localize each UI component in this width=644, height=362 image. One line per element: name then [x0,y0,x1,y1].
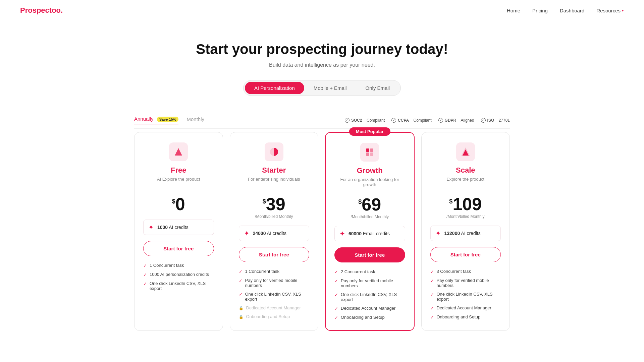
pricing-card-free: Free AI Explore the product $ 0 ✦ 1000 A… [134,132,223,331]
tab-only-email[interactable]: Only Email [356,82,399,94]
price-row-growth: $ 69 [334,196,405,213]
feature-item: ✓ One click LinkedIn CSV, XLS export [430,292,501,302]
feature-item: ✓ Pay only for verified mobile numbers [239,278,310,288]
lock-icon: 🔒 [239,315,244,319]
plan-icon-free [169,142,188,161]
nav-links: Home Pricing Dashboard Resources ▾ [507,8,624,13]
feature-item: ✓ 2 Concurrent task [334,269,405,275]
hero-subtitle: Build data and intelligence as per your … [7,62,637,68]
price-amount-growth: 69 [362,196,381,213]
annually-label: Annually [134,116,154,122]
nav-dashboard[interactable]: Dashboard [560,8,584,13]
nav-resources[interactable]: Resources ▾ [596,8,624,13]
feature-item: ✓ Dedicated Account Manager [430,305,501,311]
monthly-label: Monthly [186,116,204,122]
feature-item: ✓ 1000 AI personalization credits [143,272,214,277]
nav-resources-label: Resources [596,8,621,13]
feature-item: 🔒 Onboarding and Setup [239,314,310,319]
credits-row-free: ✦ 1000 AI credits [143,220,214,235]
feature-item: ✓ Pay only for verified mobile numbers [334,278,405,288]
plan-desc-growth: For an organization looking for growth [334,177,405,189]
credits-row-starter: ✦ 24000 AI credits [239,226,310,241]
plan-name-free: Free [143,166,214,175]
feature-item: ✓ One click LinkedIn CSV, XLS export [239,292,310,302]
plan-desc-scale: Explore the product [430,177,501,189]
check-icon: ✓ [143,272,147,277]
billing-monthly[interactable]: Monthly [186,116,204,124]
nav-home[interactable]: Home [507,8,520,13]
feature-item: ✓ Dedicated Account Manager [334,306,405,311]
check-icon: ✓ [334,269,338,275]
pricing-card-scale: Scale Explore the product $ 109 /Month/b… [421,132,510,331]
billing-toggle: Annually Save 15% Monthly [134,116,204,124]
popular-badge: Most Popular [349,127,390,136]
credits-row-scale: ✦ 132000 AI credits [430,226,501,241]
soc2-icon: ✓ [345,118,350,123]
credits-text-growth: 60000 Email credits [348,231,390,236]
feature-item: 🔒 Dedicated Account Manager [239,305,310,310]
credits-text-free: 1000 AI credits [157,225,189,230]
check-icon: ✓ [334,292,338,297]
price-row-starter: $ 39 [239,195,310,213]
feature-list-starter: ✓ 1 Concurrent task ✓ Pay only for verif… [239,269,310,319]
lock-icon: 🔒 [239,306,244,310]
gdpr-icon: ✓ [438,118,443,123]
plan-icon-scale [456,142,475,161]
ccpa-icon: ✓ [391,118,396,123]
check-icon: ✓ [430,278,434,283]
compliance-gdpr: ✓ GDPR Aligned [438,118,474,123]
credits-text-starter: 24000 AI credits [253,231,286,236]
credits-text-scale: 132000 AI credits [444,231,481,236]
billing-annually[interactable]: Annually Save 15% [134,116,178,124]
billing-section: Annually Save 15% Monthly ✓ SOC2 Complia… [121,106,523,132]
check-icon: ✓ [430,292,434,297]
compliance-soc2: ✓ SOC2 Compliant [345,118,385,123]
plan-name-scale: Scale [430,166,501,175]
tab-ai-personalization[interactable]: AI Personalization [245,82,304,94]
compliance-row: ✓ SOC2 Compliant ✓ CCPA Compliant ✓ GDPR… [345,118,510,123]
svg-rect-2 [366,148,369,152]
feature-item: ✓ One click LinkedIn CSV, XLS export [334,292,405,302]
check-icon: ✓ [143,281,147,286]
hero-section: Start your prospecting journey today! Bu… [0,21,644,106]
logo-dot: . [61,6,63,14]
pricing-card-starter: Starter For enterprising individuals $ 3… [230,132,319,331]
plan-name-growth: Growth [334,166,405,175]
nav-pricing[interactable]: Pricing [532,8,548,13]
price-dollar-growth: $ [358,198,362,205]
price-amount-free: 0 [175,195,185,213]
check-icon: ✓ [334,279,338,284]
price-dollar-free: $ [172,198,175,205]
feature-list-scale: ✓ 3 Concurrent task ✓ Pay only for verif… [430,269,501,320]
tab-mobile-email[interactable]: Mobile + Email [304,82,356,94]
check-icon: ✓ [239,269,243,274]
feature-item: ✓ 1 Concurrent task [239,269,310,274]
feature-list-free: ✓ 1 Concurrent task ✓ 1000 AI personaliz… [143,263,214,291]
price-row-scale: $ 109 [430,195,501,213]
navigation: Prospectoo. Home Pricing Dashboard Resou… [0,0,644,21]
feature-item: ✓ One click LinkedIn CSV, XLS export [143,281,214,291]
plan-name-starter: Starter [239,166,310,175]
cta-button-growth[interactable]: Start for free [334,247,405,262]
check-icon: ✓ [430,269,434,274]
feature-item: ✓ Pay only for verified mobile numbers [430,278,501,288]
check-icon: ✓ [430,306,434,311]
price-period-starter: /Month/billed Monthly [239,214,310,219]
feature-item: ✓ 3 Concurrent task [430,269,501,274]
plan-desc-starter: For enterprising individuals [239,177,310,189]
cta-button-scale[interactable]: Start for free [430,247,501,262]
plan-icon-growth [360,143,379,162]
check-icon: ✓ [334,315,338,320]
check-icon: ✓ [239,292,243,297]
compliance-iso: ✓ ISO 27701 [481,118,510,123]
cta-button-free[interactable]: Start for free [143,241,214,256]
product-tab-group: AI Personalization Mobile + Email Only E… [243,80,401,96]
pricing-cards: Free AI Explore the product $ 0 ✦ 1000 A… [121,132,523,351]
cta-button-starter[interactable]: Start for free [239,247,310,262]
pricing-card-growth: Most Popular Growth For an organization … [325,132,415,331]
hero-title: Start your prospecting journey today! [7,41,637,57]
check-icon: ✓ [430,315,434,320]
feature-list-growth: ✓ 2 Concurrent task ✓ Pay only for verif… [334,269,405,320]
check-icon: ✓ [334,306,338,311]
logo: Prospectoo. [20,6,63,15]
